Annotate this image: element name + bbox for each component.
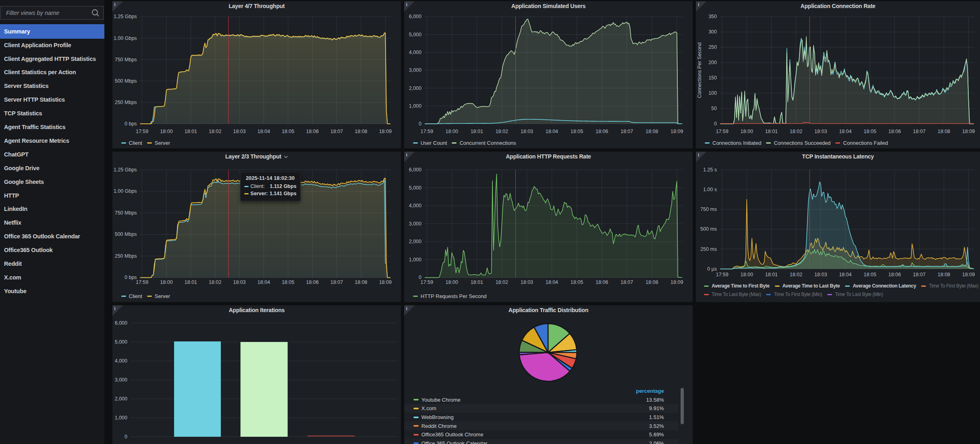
svg-text:18:06: 18:06 [888, 129, 901, 134]
svg-text:1,000: 1,000 [409, 257, 421, 263]
svg-text:18:06: 18:06 [888, 272, 901, 277]
svg-text:17:59: 17:59 [136, 279, 148, 285]
svg-text:18:02: 18:02 [209, 129, 221, 134]
svg-text:200: 200 [708, 60, 717, 65]
svg-text:1.25 s: 1.25 s [703, 167, 717, 173]
svg-text:0: 0 [419, 121, 421, 127]
svg-text:18:05: 18:05 [864, 129, 876, 134]
svg-text:18:09: 18:09 [962, 129, 975, 134]
svg-text:18:08: 18:08 [938, 129, 950, 134]
svg-text:1.25 Gbps: 1.25 Gbps [114, 167, 137, 173]
svg-text:300: 300 [708, 29, 717, 35]
svg-text:6,000: 6,000 [409, 167, 421, 173]
svg-text:18:06: 18:06 [596, 279, 608, 285]
svg-text:500 ms: 500 ms [700, 226, 717, 232]
svg-text:17:59: 17:59 [136, 129, 148, 134]
svg-text:18:08: 18:08 [646, 279, 658, 285]
svg-text:Connections Per Second: Connections Per Second [697, 42, 702, 98]
svg-text:18:03: 18:03 [233, 279, 245, 285]
svg-text:18:05: 18:05 [282, 279, 294, 285]
svg-text:4,000: 4,000 [409, 203, 421, 208]
svg-text:3,000: 3,000 [409, 221, 421, 227]
svg-text:18:09: 18:09 [671, 279, 683, 285]
svg-text:18:02: 18:02 [790, 272, 802, 277]
svg-text:3,000: 3,000 [409, 67, 421, 73]
svg-text:18:08: 18:08 [355, 129, 367, 134]
svg-text:1,000: 1,000 [409, 103, 421, 109]
svg-text:0 bps: 0 bps [125, 275, 137, 280]
svg-text:18:00: 18:00 [160, 129, 172, 134]
svg-text:500 Mbps: 500 Mbps [114, 231, 137, 237]
svg-text:18:09: 18:09 [962, 272, 975, 277]
svg-text:18:09: 18:09 [379, 129, 391, 134]
svg-text:18:05: 18:05 [282, 129, 294, 134]
svg-text:750 Mbps: 750 Mbps [114, 57, 137, 63]
svg-text:5,000: 5,000 [114, 339, 127, 345]
svg-text:6,000: 6,000 [409, 14, 421, 19]
svg-text:18:04: 18:04 [257, 279, 270, 285]
svg-text:18:01: 18:01 [470, 279, 483, 285]
svg-text:18:09: 18:09 [379, 279, 391, 285]
svg-text:18:05: 18:05 [571, 279, 583, 285]
svg-text:250: 250 [708, 44, 717, 50]
svg-text:750 ms: 750 ms [700, 206, 717, 212]
svg-text:1.00 Gbps: 1.00 Gbps [114, 188, 137, 194]
svg-text:18:08: 18:08 [646, 129, 658, 134]
svg-text:18:00: 18:00 [741, 272, 753, 277]
svg-text:18:03: 18:03 [814, 272, 827, 277]
svg-text:4,000: 4,000 [409, 50, 421, 55]
svg-text:18:00: 18:00 [160, 279, 172, 285]
svg-text:18:06: 18:06 [306, 279, 318, 285]
svg-text:18:02: 18:02 [209, 279, 221, 285]
svg-text:5,000: 5,000 [409, 185, 421, 191]
svg-text:2,000: 2,000 [114, 396, 127, 402]
svg-text:250 ms: 250 ms [700, 246, 717, 252]
svg-text:17:59: 17:59 [420, 129, 433, 134]
svg-text:150: 150 [708, 75, 717, 81]
svg-text:17:59: 17:59 [420, 279, 433, 285]
svg-text:18:01: 18:01 [765, 129, 778, 134]
svg-text:100: 100 [708, 90, 717, 96]
svg-text:18:03: 18:03 [520, 279, 533, 285]
svg-text:18:05: 18:05 [571, 129, 583, 134]
svg-text:18:07: 18:07 [330, 129, 343, 134]
svg-text:18:04: 18:04 [545, 129, 558, 134]
svg-text:0: 0 [419, 275, 421, 280]
svg-text:50: 50 [711, 106, 717, 111]
svg-text:18:01: 18:01 [184, 129, 197, 134]
svg-text:18:00: 18:00 [741, 129, 753, 134]
svg-text:18:03: 18:03 [233, 129, 245, 134]
svg-text:18:01: 18:01 [765, 272, 778, 277]
svg-text:350: 350 [708, 14, 717, 19]
svg-text:0 bps: 0 bps [125, 121, 137, 127]
svg-text:1.25 Gbps: 1.25 Gbps [114, 14, 137, 19]
svg-text:18:02: 18:02 [495, 279, 508, 285]
svg-text:500 Mbps: 500 Mbps [114, 78, 137, 84]
svg-text:18:04: 18:04 [839, 129, 851, 134]
svg-text:18:01: 18:01 [184, 279, 197, 285]
svg-text:0: 0 [125, 434, 127, 440]
svg-text:5,000: 5,000 [409, 32, 421, 38]
svg-text:18:00: 18:00 [445, 279, 458, 285]
svg-text:18:09: 18:09 [671, 129, 683, 134]
svg-text:1.00 s: 1.00 s [703, 187, 717, 192]
svg-text:18:02: 18:02 [790, 129, 802, 134]
svg-text:18:06: 18:06 [596, 129, 608, 134]
svg-text:18:07: 18:07 [621, 129, 633, 134]
svg-text:750 Mbps: 750 Mbps [114, 210, 137, 216]
svg-text:4,000: 4,000 [114, 358, 127, 364]
svg-text:18:03: 18:03 [520, 129, 533, 134]
svg-text:2,000: 2,000 [409, 239, 421, 244]
svg-text:18:03: 18:03 [814, 129, 827, 134]
svg-text:17:59: 17:59 [716, 272, 728, 277]
svg-text:18:05: 18:05 [864, 272, 876, 277]
svg-text:18:07: 18:07 [330, 279, 343, 285]
svg-text:18:08: 18:08 [938, 272, 950, 277]
svg-text:18:07: 18:07 [913, 272, 926, 277]
svg-text:250 Mbps: 250 Mbps [114, 253, 137, 259]
svg-text:18:00: 18:00 [445, 129, 458, 134]
svg-text:18:06: 18:06 [306, 129, 318, 134]
svg-text:6,000: 6,000 [114, 320, 127, 326]
svg-text:18:04: 18:04 [545, 279, 558, 285]
svg-text:18:07: 18:07 [913, 129, 926, 134]
